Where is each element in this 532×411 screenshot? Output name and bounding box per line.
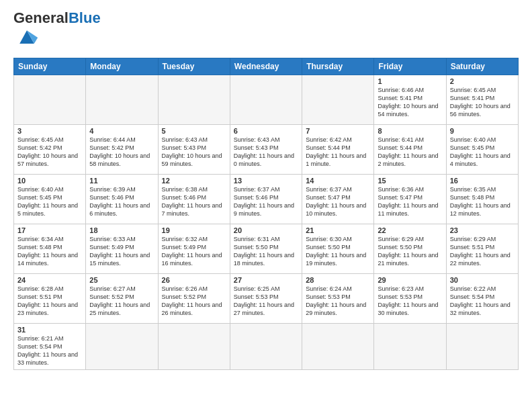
day-info: Sunrise: 6:43 AM Sunset: 5:43 PM Dayligh… <box>162 136 226 169</box>
calendar-day-8: 8Sunrise: 6:41 AM Sunset: 5:44 PM Daylig… <box>374 125 446 175</box>
calendar-empty-cell <box>86 324 158 370</box>
calendar-week-3: 10Sunrise: 6:40 AM Sunset: 5:45 PM Dayli… <box>14 175 519 224</box>
calendar-empty-cell <box>14 75 86 125</box>
calendar-table: SundayMondayTuesdayWednesdayThursdayFrid… <box>13 58 519 370</box>
calendar-day-16: 16Sunrise: 6:35 AM Sunset: 5:48 PM Dayli… <box>446 175 518 224</box>
calendar-day-12: 12Sunrise: 6:38 AM Sunset: 5:46 PM Dayli… <box>158 175 230 224</box>
day-info: Sunrise: 6:23 AM Sunset: 5:53 PM Dayligh… <box>378 285 442 318</box>
calendar-day-1: 1Sunrise: 6:46 AM Sunset: 5:41 PM Daylig… <box>374 75 446 125</box>
calendar-empty-cell <box>158 324 230 370</box>
col-header-wednesday: Wednesday <box>230 58 302 75</box>
day-info: Sunrise: 6:25 AM Sunset: 5:53 PM Dayligh… <box>234 285 298 318</box>
day-number: 6 <box>234 127 298 135</box>
day-number: 3 <box>17 127 82 135</box>
calendar-day-11: 11Sunrise: 6:39 AM Sunset: 5:46 PM Dayli… <box>86 175 158 224</box>
day-number: 24 <box>17 276 82 284</box>
day-number: 23 <box>450 226 515 234</box>
calendar-day-27: 27Sunrise: 6:25 AM Sunset: 5:53 PM Dayli… <box>230 274 302 324</box>
calendar-empty-cell <box>230 75 302 125</box>
day-info: Sunrise: 6:45 AM Sunset: 5:41 PM Dayligh… <box>450 86 515 119</box>
day-info: Sunrise: 6:36 AM Sunset: 5:47 PM Dayligh… <box>378 185 442 218</box>
calendar-week-2: 3Sunrise: 6:45 AM Sunset: 5:42 PM Daylig… <box>14 125 519 175</box>
day-number: 28 <box>306 276 370 284</box>
day-number: 25 <box>89 276 154 284</box>
col-header-monday: Monday <box>86 58 158 75</box>
calendar-day-4: 4Sunrise: 6:44 AM Sunset: 5:42 PM Daylig… <box>86 125 158 175</box>
calendar-week-1: 1Sunrise: 6:46 AM Sunset: 5:41 PM Daylig… <box>14 75 519 125</box>
day-info: Sunrise: 6:31 AM Sunset: 5:50 PM Dayligh… <box>234 235 298 268</box>
day-number: 8 <box>378 127 442 135</box>
calendar-day-6: 6Sunrise: 6:43 AM Sunset: 5:43 PM Daylig… <box>230 125 302 175</box>
calendar-day-13: 13Sunrise: 6:37 AM Sunset: 5:46 PM Dayli… <box>230 175 302 224</box>
calendar-day-5: 5Sunrise: 6:43 AM Sunset: 5:43 PM Daylig… <box>158 125 230 175</box>
day-info: Sunrise: 6:22 AM Sunset: 5:54 PM Dayligh… <box>450 285 515 318</box>
day-info: Sunrise: 6:41 AM Sunset: 5:44 PM Dayligh… <box>378 136 442 169</box>
calendar-empty-cell <box>158 75 230 125</box>
col-header-saturday: Saturday <box>446 58 518 75</box>
day-number: 22 <box>378 226 442 234</box>
day-number: 4 <box>89 127 154 135</box>
calendar-empty-cell <box>446 324 518 370</box>
calendar-week-6: 31Sunrise: 6:21 AM Sunset: 5:54 PM Dayli… <box>14 324 519 370</box>
col-header-sunday: Sunday <box>14 58 86 75</box>
calendar-day-26: 26Sunrise: 6:26 AM Sunset: 5:52 PM Dayli… <box>158 274 230 324</box>
day-info: Sunrise: 6:34 AM Sunset: 5:48 PM Dayligh… <box>17 235 82 268</box>
calendar-empty-cell <box>302 75 374 125</box>
day-info: Sunrise: 6:26 AM Sunset: 5:52 PM Dayligh… <box>162 285 226 318</box>
day-info: Sunrise: 6:35 AM Sunset: 5:48 PM Dayligh… <box>450 185 515 218</box>
calendar-day-17: 17Sunrise: 6:34 AM Sunset: 5:48 PM Dayli… <box>14 224 86 274</box>
calendar-day-22: 22Sunrise: 6:29 AM Sunset: 5:50 PM Dayli… <box>374 224 446 274</box>
day-info: Sunrise: 6:40 AM Sunset: 5:45 PM Dayligh… <box>450 136 515 169</box>
day-info: Sunrise: 6:33 AM Sunset: 5:49 PM Dayligh… <box>89 235 154 268</box>
day-number: 5 <box>162 127 226 135</box>
day-number: 27 <box>234 276 298 284</box>
day-info: Sunrise: 6:29 AM Sunset: 5:50 PM Dayligh… <box>378 235 442 268</box>
logo-icon <box>15 26 39 50</box>
day-number: 2 <box>450 77 515 85</box>
calendar-day-15: 15Sunrise: 6:36 AM Sunset: 5:47 PM Dayli… <box>374 175 446 224</box>
day-number: 1 <box>378 77 442 85</box>
day-info: Sunrise: 6:30 AM Sunset: 5:50 PM Dayligh… <box>306 235 370 268</box>
calendar-header-row: SundayMondayTuesdayWednesdayThursdayFrid… <box>14 58 519 75</box>
calendar-day-9: 9Sunrise: 6:40 AM Sunset: 5:45 PM Daylig… <box>446 125 518 175</box>
calendar-day-31: 31Sunrise: 6:21 AM Sunset: 5:54 PM Dayli… <box>14 324 86 370</box>
calendar-empty-cell <box>230 324 302 370</box>
calendar-day-28: 28Sunrise: 6:24 AM Sunset: 5:53 PM Dayli… <box>302 274 374 324</box>
day-info: Sunrise: 6:38 AM Sunset: 5:46 PM Dayligh… <box>162 185 226 218</box>
day-number: 14 <box>306 177 370 185</box>
day-number: 31 <box>17 326 82 334</box>
day-info: Sunrise: 6:44 AM Sunset: 5:42 PM Dayligh… <box>89 136 154 169</box>
col-header-tuesday: Tuesday <box>158 58 230 75</box>
day-info: Sunrise: 6:46 AM Sunset: 5:41 PM Dayligh… <box>378 86 442 119</box>
day-number: 16 <box>450 177 515 185</box>
day-number: 18 <box>89 226 154 234</box>
day-info: Sunrise: 6:28 AM Sunset: 5:51 PM Dayligh… <box>17 285 82 318</box>
calendar-week-4: 17Sunrise: 6:34 AM Sunset: 5:48 PM Dayli… <box>14 224 519 274</box>
day-info: Sunrise: 6:37 AM Sunset: 5:47 PM Dayligh… <box>306 185 370 218</box>
logo: GeneralBlue <box>13 11 101 52</box>
day-info: Sunrise: 6:24 AM Sunset: 5:53 PM Dayligh… <box>306 285 370 318</box>
calendar-day-20: 20Sunrise: 6:31 AM Sunset: 5:50 PM Dayli… <box>230 224 302 274</box>
calendar-day-21: 21Sunrise: 6:30 AM Sunset: 5:50 PM Dayli… <box>302 224 374 274</box>
day-number: 9 <box>450 127 515 135</box>
calendar-day-25: 25Sunrise: 6:27 AM Sunset: 5:52 PM Dayli… <box>86 274 158 324</box>
day-number: 17 <box>17 226 82 234</box>
day-number: 30 <box>450 276 515 284</box>
day-info: Sunrise: 6:40 AM Sunset: 5:45 PM Dayligh… <box>17 185 82 218</box>
day-number: 20 <box>234 226 298 234</box>
day-info: Sunrise: 6:27 AM Sunset: 5:52 PM Dayligh… <box>89 285 154 318</box>
day-info: Sunrise: 6:45 AM Sunset: 5:42 PM Dayligh… <box>17 136 82 169</box>
day-number: 7 <box>306 127 370 135</box>
calendar-day-2: 2Sunrise: 6:45 AM Sunset: 5:41 PM Daylig… <box>446 75 518 125</box>
day-info: Sunrise: 6:39 AM Sunset: 5:46 PM Dayligh… <box>89 185 154 218</box>
calendar-day-29: 29Sunrise: 6:23 AM Sunset: 5:53 PM Dayli… <box>374 274 446 324</box>
calendar-day-23: 23Sunrise: 6:29 AM Sunset: 5:51 PM Dayli… <box>446 224 518 274</box>
calendar-empty-cell <box>86 75 158 125</box>
calendar-week-5: 24Sunrise: 6:28 AM Sunset: 5:51 PM Dayli… <box>14 274 519 324</box>
day-info: Sunrise: 6:32 AM Sunset: 5:49 PM Dayligh… <box>162 235 226 268</box>
day-info: Sunrise: 6:29 AM Sunset: 5:51 PM Dayligh… <box>450 235 515 268</box>
day-number: 19 <box>162 226 226 234</box>
calendar-day-10: 10Sunrise: 6:40 AM Sunset: 5:45 PM Dayli… <box>14 175 86 224</box>
day-number: 29 <box>378 276 442 284</box>
calendar-empty-cell <box>374 324 446 370</box>
